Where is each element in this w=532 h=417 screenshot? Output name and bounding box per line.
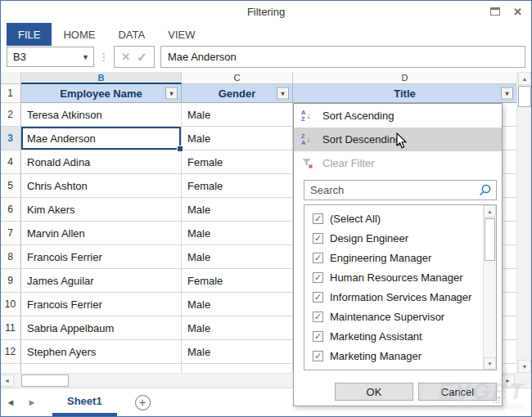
window-title: Filtering — [247, 6, 285, 18]
filter-options-list: (Select All) Design Engineer Engineering… — [304, 204, 497, 370]
filter-dropdown-button-title[interactable]: ▾ — [501, 87, 513, 100]
scroll-down-icon[interactable]: ▼ — [518, 360, 531, 373]
cell-gender[interactable]: Male — [182, 103, 293, 127]
menu-item-clear-filter[interactable]: Clear Filter — [294, 151, 502, 175]
tab-file[interactable]: FILE — [7, 23, 52, 46]
name-box[interactable]: B3 ▼ — [7, 47, 94, 67]
cell-employee-name[interactable]: Kim Akers — [21, 198, 182, 222]
menu-item-sort-ascending[interactable]: AZ↓ Sort Ascending — [294, 104, 502, 128]
row-header[interactable]: 4 — [0, 150, 21, 174]
cell-employee-name[interactable]: Francois Ferrier — [21, 293, 182, 316]
cell-gender[interactable]: Female — [182, 174, 293, 198]
ok-button[interactable]: OK — [335, 383, 413, 401]
cell-employee-name[interactable]: Marvin Allen — [21, 222, 182, 245]
sheet-tab-sheet1[interactable]: Sheet1 — [52, 388, 117, 416]
list-scroll-up-icon[interactable]: ▲ — [484, 205, 496, 217]
search-input[interactable] — [304, 184, 479, 196]
add-sheet-button[interactable]: + — [135, 395, 151, 410]
row-header[interactable]: 5 — [0, 174, 21, 198]
filter-options: (Select All) Design Engineer Engineering… — [304, 205, 483, 370]
sheet-nav-next-icon[interactable]: ► — [21, 388, 43, 416]
resize-grip[interactable] — [493, 397, 500, 404]
header-cell-employee-name[interactable]: Employee Name ▾ — [21, 84, 182, 103]
cell-employee-name[interactable]: Chris Ashton — [21, 174, 182, 198]
checkbox-icon[interactable] — [313, 292, 323, 303]
checkbox-icon[interactable] — [313, 213, 323, 224]
cell-gender[interactable]: Male — [182, 316, 293, 340]
cancel-entry-icon[interactable]: ✕ — [121, 51, 130, 63]
checkbox-icon[interactable] — [313, 331, 323, 342]
maximize-button[interactable] — [490, 7, 500, 16]
row-header[interactable]: 10 — [0, 293, 21, 316]
menu-item-sort-descending[interactable]: ZA↓ Sort Descending — [294, 128, 502, 151]
cell-gender[interactable]: Male — [182, 222, 293, 245]
cell-gender[interactable]: Male — [182, 293, 293, 316]
checkbox-icon[interactable] — [313, 312, 323, 322]
tab-view[interactable]: VIEW — [156, 23, 206, 46]
cell-gender[interactable]: Male — [182, 245, 293, 269]
formula-input[interactable]: Mae Anderson — [160, 46, 525, 68]
vertical-scrollbar[interactable]: ▲ ▼ — [516, 72, 532, 373]
filter-option[interactable]: (Select All) — [304, 208, 483, 228]
list-scrollbar-thumb[interactable] — [485, 218, 495, 261]
checkbox-icon[interactable] — [313, 233, 323, 244]
vertical-scrollbar-thumb[interactable] — [518, 86, 531, 107]
row-header[interactable]: 3 — [0, 127, 21, 150]
row-header[interactable]: 2 — [0, 103, 21, 127]
name-box-dropdown-icon[interactable]: ▼ — [82, 53, 89, 61]
filter-dropdown-button-employee-name[interactable]: ▾ — [165, 87, 178, 100]
column-header-c[interactable]: C — [182, 72, 293, 84]
confirm-entry-icon[interactable]: ✓ — [137, 50, 147, 65]
header-cell-title[interactable]: Title ▾ — [293, 84, 516, 103]
search-icon[interactable] — [479, 184, 491, 196]
header-cell-gender[interactable]: Gender ▾ — [182, 84, 293, 103]
filter-option[interactable]: Human Resources Manager — [304, 267, 483, 287]
column-header-b[interactable]: B — [21, 72, 182, 84]
cancel-button[interactable]: Cancel — [418, 383, 497, 401]
filter-dropdown-button-gender[interactable]: ▾ — [277, 87, 289, 100]
cell-employee-name[interactable]: Teresa Atkinson — [21, 103, 182, 127]
select-all-corner[interactable] — [0, 72, 21, 84]
scroll-up-icon[interactable]: ▲ — [518, 72, 531, 85]
cell-gender[interactable]: Male — [182, 340, 293, 364]
row-header[interactable]: 7 — [0, 222, 21, 245]
cell-employee-name[interactable]: Mae Anderson — [21, 127, 182, 150]
filter-option[interactable]: Information Services Manager — [304, 287, 483, 307]
checkbox-icon[interactable] — [313, 351, 323, 361]
close-button[interactable]: ✕ — [513, 7, 522, 17]
cell-gender[interactable]: Female — [182, 269, 293, 293]
list-scroll-down-icon[interactable]: ▼ — [484, 357, 496, 370]
list-scrollbar[interactable]: ▲ ▼ — [483, 205, 496, 370]
horizontal-scrollbar-thumb[interactable] — [21, 374, 69, 387]
scrollbar-corner — [516, 373, 532, 388]
sheet-nav-prev-icon[interactable]: ◄ — [0, 388, 21, 416]
row-header-1[interactable]: 1 — [0, 84, 21, 103]
row-header[interactable]: 8 — [0, 245, 21, 269]
cell-gender[interactable]: Male — [182, 198, 293, 222]
filter-option[interactable]: Marketing Manager — [304, 346, 483, 365]
filter-option[interactable]: Design Engineer — [304, 228, 483, 248]
formula-action-buttons: ✕ ✓ — [114, 46, 155, 68]
filter-option[interactable]: Marketing Assistant — [304, 326, 483, 346]
cell-gender[interactable]: Male — [182, 127, 293, 150]
filter-option[interactable]: Maintenance Supervisor — [304, 307, 483, 326]
checkbox-icon[interactable] — [313, 253, 323, 263]
cell-employee-name[interactable]: Sabria Appelbaum — [21, 316, 182, 340]
row-header[interactable]: 12 — [0, 340, 21, 364]
checkbox-icon[interactable] — [313, 272, 323, 283]
tab-data[interactable]: DATA — [106, 23, 156, 46]
cell-gender[interactable]: Female — [182, 150, 293, 174]
row-header[interactable]: 9 — [0, 269, 21, 293]
clear-filter-icon — [301, 157, 315, 169]
cell-employee-name[interactable]: Francois Ferrier — [21, 245, 182, 269]
row-header[interactable]: 11 — [0, 316, 21, 340]
scroll-left-icon[interactable]: ◄ — [0, 374, 14, 387]
row-header[interactable]: 6 — [0, 198, 21, 222]
cell-employee-name[interactable]: Stephen Ayers — [21, 340, 182, 364]
tab-home[interactable]: HOME — [52, 23, 106, 46]
cell-employee-name[interactable]: James Aguilar — [21, 269, 182, 293]
column-header-d[interactable]: D — [293, 72, 516, 84]
filter-option[interactable]: Engineering Manager — [304, 248, 483, 267]
scroll-right-icon[interactable]: ► — [501, 374, 515, 387]
cell-employee-name[interactable]: Ronald Adina — [21, 150, 182, 174]
